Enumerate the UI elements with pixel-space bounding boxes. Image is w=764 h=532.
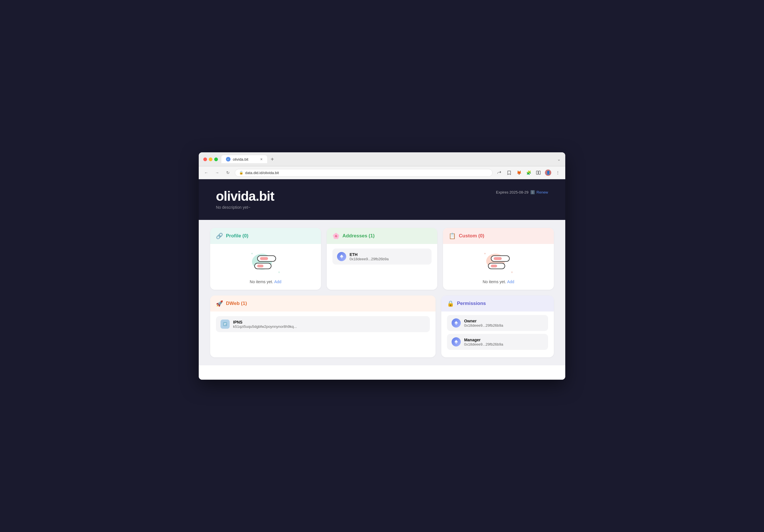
user-avatar[interactable]: 👤	[544, 169, 552, 177]
split-view-icon[interactable]	[534, 169, 542, 177]
lock-icon: 🔒	[239, 171, 243, 175]
bottom-cards-grid: 🚀 DWeb (1)	[210, 295, 554, 357]
manager-permission-item: Manager 0x18deee9...29fb26b9a	[447, 334, 548, 350]
eth-icon	[337, 252, 346, 261]
manager-info: Manager 0x18deee9...29fb26b9a	[464, 338, 503, 346]
expiry-text: Expires 2025-08-29	[496, 190, 528, 194]
ipns-label: IPNS	[233, 320, 297, 324]
address-bar[interactable]: 🔒 data.did.id/olivida.bit	[235, 169, 492, 177]
tab-close-button[interactable]: ×	[260, 157, 263, 161]
custom-add-link[interactable]: Add	[507, 279, 514, 284]
permissions-card-title: Permissions	[457, 301, 486, 306]
profile-empty-text: No items yet. Add	[250, 279, 282, 284]
tab-bar: d olivida.bit × +	[221, 155, 554, 163]
refresh-button[interactable]: ↻	[224, 169, 232, 177]
share-icon[interactable]	[495, 169, 503, 177]
dweb-card-body: IPNS k51qzi5uqu5dgbfw2poynnynor8h9kq...	[210, 311, 436, 357]
traffic-lights	[203, 157, 218, 161]
ipns-item: IPNS k51qzi5uqu5dgbfw2poynnynor8h9kq...	[216, 316, 430, 332]
owner-permission-item: Owner 0x18deee9...29fb26b9a	[447, 315, 548, 331]
plus-icon-tl-custom: +	[484, 252, 486, 256]
new-tab-button[interactable]: +	[268, 156, 276, 163]
custom-card-header: 📋 Custom (0)	[443, 228, 554, 244]
svg-rect-7	[224, 323, 226, 324]
browser-toolbar: ← → ↻ 🔒 data.did.id/olivida.bit 🦊 🧩 👤 ⋮	[199, 166, 565, 179]
active-tab[interactable]: d olivida.bit ×	[221, 155, 267, 163]
permissions-card-header: 🔒 Permissions	[441, 295, 554, 311]
eth-address-info: ETH 0x18deee9...29fb26b9a	[350, 252, 389, 261]
ipns-value: k51qzi5uqu5dgbfw2poynnynor8h9kq...	[233, 324, 297, 329]
profile-icon: 🔗	[216, 233, 223, 239]
dweb-card-title: DWeb (1)	[226, 301, 247, 306]
custom-card: 📋 Custom (0) + +	[443, 228, 554, 290]
window-controls-chevron: ⌄	[557, 157, 561, 161]
fox-icon[interactable]: 🦊	[515, 169, 523, 177]
profile-empty-illustration: + +	[250, 250, 282, 284]
svg-rect-6	[223, 322, 227, 326]
renew-button[interactable]: Renew	[537, 190, 548, 194]
custom-card-title: Custom (0)	[459, 233, 484, 239]
plus-icon-br-custom: +	[511, 270, 513, 274]
browser-window: d olivida.bit × + ⌄ ← → ↻ 🔒 data.did.id/…	[199, 152, 565, 380]
addresses-card-header: 🌸 Addresses (1)	[327, 228, 438, 244]
manager-label: Manager	[464, 338, 503, 342]
tab-favicon: d	[226, 157, 231, 161]
addresses-icon: 🌸	[332, 233, 340, 239]
addresses-card-title: Addresses (1)	[342, 233, 375, 239]
svg-rect-3	[539, 171, 540, 174]
close-button[interactable]	[203, 157, 207, 161]
tab-title: olivida.bit	[233, 157, 248, 161]
owner-info: Owner 0x18deee9...29fb26b9a	[464, 319, 503, 328]
svg-marker-9	[455, 321, 458, 324]
svg-text:d: d	[227, 158, 229, 160]
owner-eth-icon	[452, 318, 461, 328]
addresses-card-body: ETH 0x18deee9...29fb26b9a	[327, 244, 438, 290]
profile-card-body: + +	[210, 244, 321, 290]
info-icon: ℹ️	[530, 190, 535, 194]
profile-add-link[interactable]: Add	[274, 279, 282, 284]
custom-card-body: + + No items yet.	[443, 244, 554, 290]
permissions-list: Owner 0x18deee9...29fb26b9a Manager 0x18…	[441, 311, 554, 353]
page-title: olivida.bit	[216, 188, 274, 204]
custom-empty-text: No items yet. Add	[482, 279, 514, 284]
dweb-card-header: 🚀 DWeb (1)	[210, 295, 436, 311]
eth-label: ETH	[350, 252, 389, 257]
ipns-info: IPNS k51qzi5uqu5dgbfw2poynnynor8h9kq...	[233, 320, 297, 329]
dweb-card: 🚀 DWeb (1)	[210, 295, 436, 357]
profile-card-title: Profile (0)	[226, 233, 248, 239]
page-header: olivida.bit No description yet~ Expires …	[199, 179, 565, 220]
svg-marker-4	[340, 255, 343, 258]
page-content: olivida.bit No description yet~ Expires …	[199, 179, 565, 380]
profile-card-header: 🔗 Profile (0)	[210, 228, 321, 244]
plus-icon-tl: +	[251, 252, 253, 256]
custom-empty-illustration: + + No items yet.	[482, 250, 514, 284]
svg-rect-2	[536, 171, 538, 174]
dweb-icon: 🚀	[216, 300, 223, 307]
address-text: data.did.id/olivida.bit	[245, 171, 279, 175]
plus-icon-br: +	[278, 270, 280, 274]
puzzle-icon[interactable]: 🧩	[525, 169, 533, 177]
bookmark-icon[interactable]	[505, 169, 513, 177]
lock-icon-permissions: 🔒	[447, 300, 454, 307]
back-button[interactable]: ←	[202, 169, 210, 177]
eth-address-item: ETH 0x18deee9...29fb26b9a	[332, 249, 432, 265]
top-cards-grid: 🔗 Profile (0) + +	[210, 228, 554, 290]
addresses-card: 🌸 Addresses (1) ETH 0x18deee9...29fb26b9…	[327, 228, 438, 290]
browser-titlebar: d olivida.bit × + ⌄	[199, 152, 565, 166]
permissions-card: 🔒 Permissions Owner 0x18deee9...29fb26b9…	[441, 295, 554, 357]
minimize-button[interactable]	[209, 157, 213, 161]
forward-button[interactable]: →	[213, 169, 221, 177]
manager-value: 0x18deee9...29fb26b9a	[464, 342, 503, 346]
page-description: No description yet~	[216, 205, 274, 210]
svg-marker-11	[455, 340, 458, 343]
ipns-icon	[221, 319, 230, 329]
owner-value: 0x18deee9...29fb26b9a	[464, 323, 503, 328]
maximize-button[interactable]	[214, 157, 218, 161]
eth-value: 0x18deee9...29fb26b9a	[350, 257, 389, 261]
menu-icon[interactable]: ⋮	[554, 169, 562, 177]
toolbar-icons: 🦊 🧩 👤 ⋮	[495, 169, 562, 177]
manager-eth-icon	[452, 337, 461, 346]
profile-card: 🔗 Profile (0) + +	[210, 228, 321, 290]
cards-section: 🔗 Profile (0) + +	[199, 220, 565, 365]
svg-rect-8	[224, 324, 226, 325]
